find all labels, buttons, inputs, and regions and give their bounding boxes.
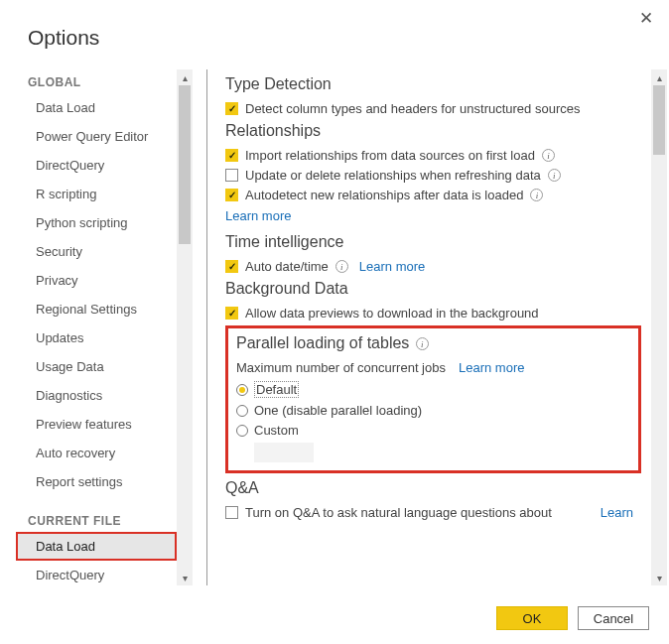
sidebar-item-cf-directquery[interactable]: DirectQuery	[16, 561, 177, 585]
options-dialog: ✕ Options ▴ ▾ GLOBAL Data Load Power Que…	[0, 0, 669, 644]
label-auto-datetime: Auto date/time	[245, 259, 329, 274]
dialog-title: Options	[0, 0, 669, 50]
label-import-rel: Import relationships from data sources o…	[245, 148, 535, 163]
custom-jobs-input[interactable]	[254, 443, 314, 462]
section-qa: Q&A	[225, 479, 659, 497]
section-type-detection: Type Detection	[225, 75, 659, 93]
checkbox-update-rel[interactable]	[225, 169, 238, 182]
sidebar-item-security[interactable]: Security	[16, 237, 177, 266]
label-radio-one: One (disable parallel loading)	[254, 403, 422, 418]
sidebar-item-regional[interactable]: Regional Settings	[16, 295, 177, 323]
sidebar-item-data-load[interactable]: Data Load	[16, 93, 177, 122]
ok-button[interactable]: OK	[496, 606, 568, 630]
highlight-parallel: Parallel loading of tables Maximum numbe…	[225, 325, 641, 473]
scroll-up-icon[interactable]: ▴	[177, 69, 193, 85]
section-time-intel: Time intelligence	[225, 233, 659, 251]
info-icon[interactable]	[542, 149, 555, 162]
checkbox-autodetect-rel[interactable]	[225, 189, 238, 201]
label-autodetect-rel: Autodetect new relationships after data …	[245, 188, 523, 202]
radio-default[interactable]	[236, 384, 248, 396]
main-panel: Type Detection Detect column types and h…	[207, 69, 669, 585]
sidebar-item-updates[interactable]: Updates	[16, 323, 177, 352]
sidebar-header-global: GLOBAL	[16, 69, 177, 93]
sidebar-scrollbar[interactable]: ▴ ▾	[177, 69, 193, 585]
checkbox-qa[interactable]	[225, 506, 238, 519]
label-radio-custom: Custom	[254, 423, 299, 438]
section-background: Background Data	[225, 280, 659, 298]
sidebar-item-report-settings[interactable]: Report settings	[16, 467, 177, 496]
link-rel-learn[interactable]: Learn more	[225, 208, 291, 223]
checkbox-detect-types[interactable]	[225, 102, 238, 115]
checkbox-auto-datetime[interactable]	[225, 260, 238, 273]
sidebar-item-power-query[interactable]: Power Query Editor	[16, 122, 177, 151]
checkbox-bg-preview[interactable]	[225, 307, 238, 320]
scroll-thumb[interactable]	[179, 85, 191, 244]
scroll-down-icon[interactable]: ▾	[651, 570, 667, 585]
sidebar: ▴ ▾ GLOBAL Data Load Power Query Editor …	[16, 69, 193, 585]
sidebar-item-privacy[interactable]: Privacy	[16, 266, 177, 295]
radio-custom[interactable]	[236, 425, 248, 437]
sidebar-header-current: CURRENT FILE	[16, 508, 177, 532]
scroll-up-icon[interactable]: ▴	[651, 69, 667, 85]
label-detect-types: Detect column types and headers for unst…	[245, 101, 580, 116]
label-radio-default: Default	[254, 381, 299, 398]
link-ti-learn[interactable]: Learn more	[359, 259, 425, 274]
sidebar-item-auto-recovery[interactable]: Auto recovery	[16, 439, 177, 467]
checkbox-import-rel[interactable]	[225, 149, 238, 162]
section-relationships: Relationships	[225, 122, 659, 140]
scroll-thumb[interactable]	[653, 85, 665, 155]
info-icon[interactable]	[548, 169, 561, 182]
link-parallel-learn[interactable]: Learn more	[459, 360, 524, 375]
scroll-down-icon[interactable]: ▾	[177, 570, 193, 585]
link-qa-learn[interactable]: Learn	[601, 505, 633, 520]
section-parallel: Parallel loading of tables	[236, 334, 409, 351]
info-icon[interactable]	[416, 337, 429, 350]
info-icon[interactable]	[530, 189, 543, 201]
sidebar-item-usage-data[interactable]: Usage Data	[16, 352, 177, 381]
info-icon[interactable]	[335, 260, 348, 273]
sidebar-item-python-scripting[interactable]: Python scripting	[16, 208, 177, 237]
sidebar-item-directquery[interactable]: DirectQuery	[16, 151, 177, 180]
label-qa: Turn on Q&A to ask natural language ques…	[245, 505, 552, 520]
cancel-button[interactable]: Cancel	[578, 606, 649, 630]
sidebar-item-diagnostics[interactable]: Diagnostics	[16, 381, 177, 410]
close-button[interactable]: ✕	[633, 6, 659, 31]
main-scrollbar[interactable]: ▴ ▾	[651, 69, 667, 585]
sidebar-item-cf-data-load[interactable]: Data Load	[16, 532, 177, 561]
label-max-jobs: Maximum number of concurrent jobs	[236, 360, 446, 375]
label-bg-preview: Allow data previews to download in the b…	[245, 306, 539, 321]
label-update-rel: Update or delete relationships when refr…	[245, 168, 541, 183]
dialog-footer: OK Cancel	[496, 606, 649, 630]
sidebar-item-preview[interactable]: Preview features	[16, 410, 177, 439]
radio-one[interactable]	[236, 405, 248, 417]
sidebar-item-r-scripting[interactable]: R scripting	[16, 180, 177, 208]
